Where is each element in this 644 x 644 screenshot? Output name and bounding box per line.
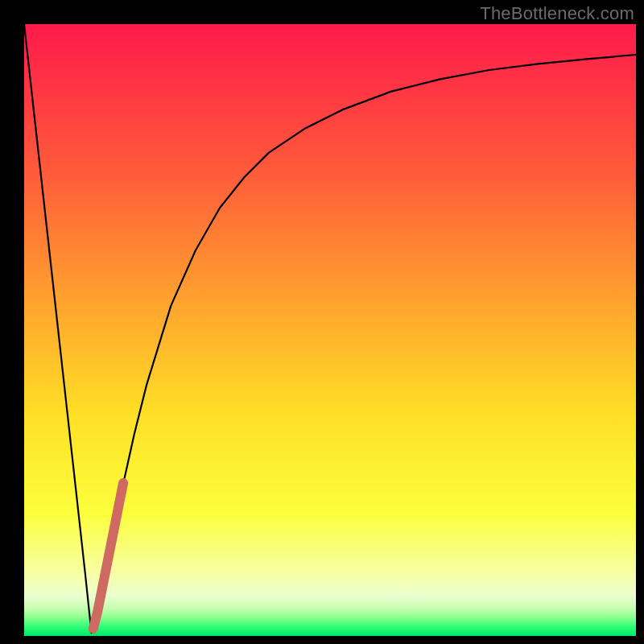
chart-svg	[24, 24, 636, 636]
chart-frame: TheBottleneck.com	[0, 0, 644, 644]
watermark-text: TheBottleneck.com	[480, 3, 634, 24]
highlight-segment	[93, 483, 123, 629]
plot-area	[24, 24, 636, 636]
